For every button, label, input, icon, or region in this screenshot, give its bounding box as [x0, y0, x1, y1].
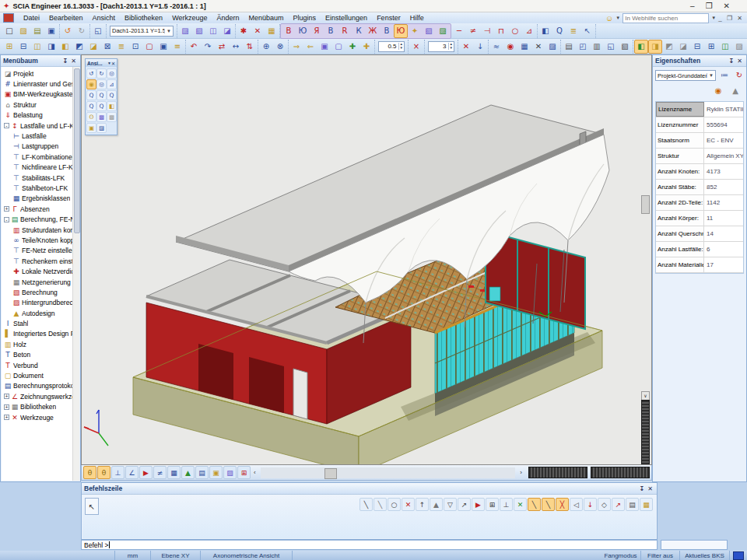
zoom-out-icon[interactable]: Q [96, 90, 107, 100]
zoom-doc-icon[interactable]: Q [552, 24, 566, 38]
model-canvas[interactable]: Ansi... ▼ ✕ ↺↻◎◉◎⊿QQQQQ◧ʘ▩▩▣▨ ∨ [81, 54, 652, 465]
menu-item-bearbeiten[interactable]: Bearbeiten [44, 13, 88, 23]
tree-item[interactable]: ▥Strukturdaten kontrollie [2, 225, 72, 235]
snap-draw-icon[interactable]: ╲ [359, 498, 373, 511]
node-icon[interactable]: ⊣ [480, 24, 494, 38]
snap-filter-icon[interactable]: ▽ [444, 498, 457, 511]
book-icon[interactable]: ▤ [195, 466, 209, 479]
pie-chart-icon[interactable]: ◉ [711, 84, 725, 98]
close-panel-icon[interactable]: ✕ [735, 58, 744, 65]
tree-item[interactable]: #Linienraster und Geschosse [2, 79, 72, 89]
canvas-vscroll-thumb[interactable] [641, 195, 650, 214]
project-item-select[interactable]: Dach1-2013.1 Y=1.5 -20▼ [110, 26, 174, 37]
search-dropdown-icon[interactable]: ▼ [711, 16, 716, 20]
tree-item[interactable]: ⊤Nichtlineare LF-Kombin [2, 163, 72, 173]
planner-icon[interactable]: ▦ [265, 24, 279, 38]
dimension-icon[interactable]: ≠ [466, 24, 480, 38]
tree-item[interactable]: ▤Berechnungsprotokoll [2, 381, 72, 391]
settings-b-icon[interactable]: ▣ [86, 123, 96, 133]
wall-icon[interactable]: ◨ [44, 40, 58, 54]
snap-box-icon[interactable]: ▦ [640, 498, 653, 511]
measure-icon[interactable]: ↖ [580, 24, 594, 38]
snap-dir-icon[interactable]: ↗ [458, 498, 471, 511]
property-row[interactable]: Anzahl Knoten:4173 [656, 164, 743, 180]
activity-icon-5[interactable]: R [338, 24, 352, 38]
tree-item[interactable]: ⊤LF-Kombinationen [2, 152, 72, 162]
new-document-icon[interactable]: □ [2, 24, 16, 38]
snap-point-icon[interactable]: ▲ [430, 498, 443, 511]
open-project-icon[interactable]: ▨ [16, 24, 30, 38]
redo-icon[interactable]: ↻ [75, 24, 89, 38]
net-icon[interactable]: ⊞ [237, 466, 251, 479]
tree-scrollbar-thumb[interactable] [74, 68, 80, 233]
opening-icon[interactable]: ◪ [86, 40, 100, 54]
status-aktuelles-bks[interactable]: Aktuelles BKS [680, 551, 730, 560]
menu-item-datei[interactable]: Datei [19, 13, 44, 23]
ansicht-close-icon[interactable]: ✕ [111, 61, 115, 66]
plate-icon[interactable]: ◫ [30, 40, 44, 54]
rotate-view-icon[interactable]: ↺ [86, 68, 96, 79]
activity-icon-6[interactable]: К [352, 24, 366, 38]
property-row[interactable]: LizenznameRyklin STATIK [656, 102, 743, 117]
calculator-icon[interactable]: ✱ [237, 24, 251, 38]
canvas-depth-slider[interactable] [641, 400, 650, 465]
menu-item-plugins[interactable]: Plugins [289, 13, 321, 23]
settings-w-icon[interactable]: ▨ [96, 123, 107, 133]
connect-icon[interactable]: ≡ [170, 40, 184, 54]
tree-item[interactable]: +ΓAbsenzen [2, 204, 72, 214]
zoom-in-icon[interactable]: Q [86, 90, 96, 100]
minimize-button[interactable]: – [690, 2, 695, 10]
add-node-icon[interactable]: ✚ [345, 40, 359, 54]
layers-icon[interactable]: ≣ [566, 24, 580, 38]
tree-item[interactable]: +∠Zeichnungswerkzeuge [2, 391, 72, 401]
beam-icon[interactable]: ⊞ [2, 40, 16, 54]
snap-print-icon[interactable]: ▤ [626, 498, 639, 511]
arbitrary-icon[interactable]: ⊕ [259, 40, 273, 54]
supports-view-icon[interactable]: ▨ [732, 40, 746, 54]
export-icon[interactable]: ▲ [728, 84, 742, 98]
count-spinner[interactable]: 3▲▼ [428, 41, 454, 52]
trim-icon[interactable]: × [409, 40, 423, 54]
pin-icon[interactable]: ↧ [728, 58, 736, 65]
snap-extend-icon[interactable]: ↗ [612, 498, 625, 511]
property-group-select[interactable]: Projekt-Grunddaten (1) ▼ [655, 70, 716, 81]
close-button[interactable]: ✕ [724, 2, 730, 10]
snap-node-icon[interactable]: ↑ [416, 498, 429, 511]
menu-item-menübaum[interactable]: Menübaum [244, 13, 289, 23]
tree-item[interactable]: -▤Berechnung, FE-Netz [2, 214, 72, 224]
rotate-icon[interactable]: ▣ [317, 40, 331, 54]
zoom-window-icon[interactable]: Q [107, 90, 117, 100]
tree-item[interactable]: ⊢Lastfälle [2, 131, 72, 141]
tree-item[interactable]: +✕Werkzeuge [2, 412, 72, 422]
refresh-icon[interactable]: ↻ [732, 68, 746, 82]
move-icon[interactable]: ⇒ [289, 40, 303, 54]
angle-icon[interactable]: ⊿ [522, 24, 536, 38]
maximize-button[interactable]: ❐ [706, 2, 713, 10]
menu-item-werkzeuge[interactable]: Werkzeuge [167, 13, 212, 23]
webhelp-search-input[interactable] [622, 13, 709, 23]
tree-item[interactable]: ✚Lokale Netzverdichtung [2, 266, 72, 276]
project-folder-icon[interactable]: ◫ [206, 24, 220, 38]
tree-item[interactable]: ⊤Stabilitäts-LFK [2, 173, 72, 183]
bks-color-icon[interactable] [733, 551, 744, 560]
paint-icon[interactable]: ◧ [538, 24, 552, 38]
tree-item[interactable]: ▧Berechnung [2, 287, 72, 297]
gallery-icon[interactable]: ▥ [590, 40, 604, 54]
snap-arc-icon[interactable]: ○ [388, 498, 401, 511]
column-icon[interactable]: ⊟ [16, 40, 30, 54]
link-folder-icon[interactable]: ◪ [220, 24, 234, 38]
polyline-icon[interactable]: ⊗ [273, 40, 287, 54]
tree-item[interactable]: +▦Bibliotheken [2, 402, 72, 412]
property-row[interactable]: Anzahl Querschnitte:14 [656, 226, 743, 242]
zoom-selection-icon[interactable]: Q [96, 101, 107, 111]
wireframe-mode-icon[interactable]: ◧ [634, 40, 648, 54]
cross-link-icon[interactable]: ⇄ [215, 40, 229, 54]
multi-copy-icon[interactable]: ✚ [359, 40, 374, 54]
tree-item[interactable]: ⊤FE-Netz einstellen [2, 246, 72, 256]
chart-icon[interactable]: ∠ [125, 466, 139, 479]
snap-draw2-icon[interactable]: ╲ [374, 498, 387, 511]
tree-item[interactable]: ▥Holz [2, 339, 72, 349]
property-row[interactable]: Lizenznummer555694 [656, 117, 743, 133]
activity-icon-11[interactable]: ▧ [422, 24, 436, 38]
connect-members-icon[interactable]: ↶ [187, 40, 201, 54]
